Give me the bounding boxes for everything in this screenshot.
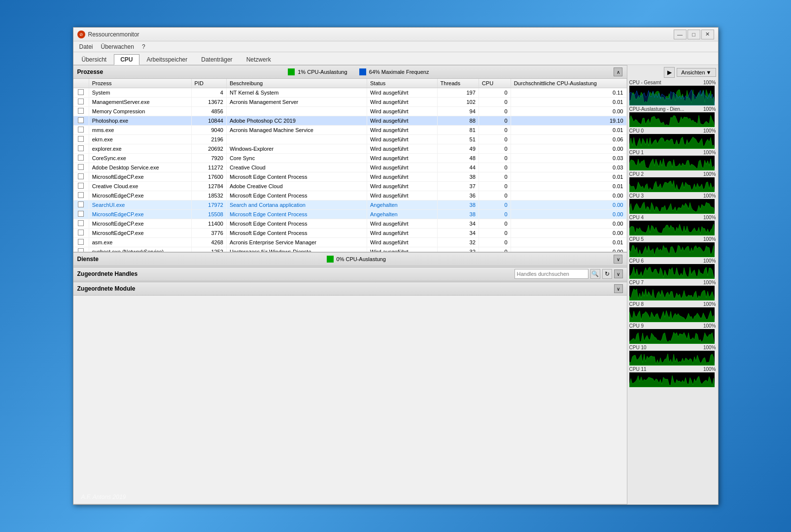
table-row[interactable]: Creative Cloud.exe12784Adobe Creative Cl… <box>73 182 627 191</box>
table-row[interactable]: Memory Compression4856Wird ausgeführt940… <box>73 107 627 116</box>
process-cpu: 0 <box>479 219 511 229</box>
process-checkbox[interactable] <box>78 211 84 217</box>
dienste-title: Dienste <box>77 256 99 263</box>
process-pid: 4 <box>191 88 226 98</box>
tab-cpu[interactable]: CPU <box>114 54 139 65</box>
process-avg: 0.01 <box>511 172 626 182</box>
handles-search-input[interactable] <box>515 269 588 279</box>
cpu-graph-item: CPU - Gesamt100% <box>629 80 716 105</box>
process-pid: 9040 <box>191 126 226 135</box>
table-row[interactable]: SearchUI.exe17972Search and Cortana appl… <box>73 200 627 210</box>
process-checkbox[interactable] <box>78 248 84 252</box>
handles-section: Zugeordnete Handles 🔍 ↻ ∨ <box>73 267 627 282</box>
search-icon[interactable]: 🔍 <box>590 269 600 279</box>
cpu-graph-label: CPU 3100% <box>629 193 716 199</box>
menu-uberwachen[interactable]: Überwachen <box>97 42 138 51</box>
process-checkbox[interactable] <box>78 183 84 189</box>
table-row[interactable]: asm.exe4268Acronis Enterprise Service Ma… <box>73 238 627 247</box>
th-beschreibung[interactable]: Beschreibung <box>226 79 367 88</box>
maximize-button[interactable]: □ <box>688 30 700 39</box>
expand-button[interactable]: ▶ <box>664 67 675 78</box>
process-checkbox[interactable] <box>78 201 84 207</box>
process-checkbox[interactable] <box>78 155 84 161</box>
process-checkbox[interactable] <box>78 136 84 142</box>
process-checkbox[interactable] <box>78 145 84 151</box>
process-checkbox[interactable] <box>78 230 84 235</box>
module-collapse[interactable]: ∨ <box>614 284 623 293</box>
process-checkbox[interactable] <box>78 117 84 123</box>
process-status: Wird ausgeführt <box>367 88 438 98</box>
table-row[interactable]: ekrn.exe2196Wird ausgeführt5100.06 <box>73 135 627 144</box>
process-pid: 10844 <box>191 116 226 126</box>
process-checkbox[interactable] <box>78 239 84 245</box>
close-button[interactable]: ✕ <box>701 30 714 39</box>
tab-arbeitsspeicher[interactable]: Arbeitsspeicher <box>140 54 194 65</box>
tab-datentrager[interactable]: Datenträger <box>195 54 239 65</box>
process-name: explorer.exe <box>89 144 191 154</box>
process-checkbox[interactable] <box>78 164 84 170</box>
svg-marker-106 <box>629 267 715 279</box>
th-pid[interactable]: PID <box>191 79 226 88</box>
table-row[interactable]: explorer.exe20692Windows-ExplorerWird au… <box>73 144 627 154</box>
process-avg: 0.03 <box>511 154 626 163</box>
dienste-collapse[interactable]: ∨ <box>614 255 622 264</box>
ansichten-button[interactable]: Ansichten ▼ <box>677 68 716 77</box>
process-name: asm.exe <box>89 238 191 247</box>
table-row[interactable]: MicrosoftEdgeCP.exe17600Microsoft Edge C… <box>73 172 627 182</box>
table-row[interactable]: CoreSync.exe7920Core SyncWird ausgeführt… <box>73 154 627 163</box>
process-threads: 49 <box>437 144 479 154</box>
process-status: Wird ausgeführt <box>367 163 438 172</box>
th-threads[interactable]: Threads <box>437 79 479 88</box>
table-row[interactable]: Photoshop.exe10844Adobe Photoshop CC 201… <box>73 116 627 126</box>
table-row[interactable]: MicrosoftEdgeCP.exe18532Microsoft Edge C… <box>73 191 627 200</box>
prozesse-header[interactable]: Prozesse 1% CPU-Auslastung 64% Maximale … <box>73 65 627 79</box>
th-status[interactable]: Status <box>367 79 438 88</box>
table-row[interactable]: mms.exe9040Acronis Managed Machine Servi… <box>73 126 627 135</box>
table-row[interactable]: MicrosoftEdgeCP.exe3776Microsoft Edge Co… <box>73 229 627 238</box>
process-threads: 32 <box>437 247 479 252</box>
cpu-graph-item: CPU 0100% <box>629 128 716 149</box>
svg-marker-171 <box>629 375 715 387</box>
tab-ubersicht[interactable]: Übersicht <box>75 54 113 65</box>
cpu-graph-canvas <box>629 86 715 105</box>
th-prozess[interactable]: Prozess <box>89 79 191 88</box>
minimize-button[interactable]: — <box>674 30 687 39</box>
process-cpu: 0 <box>479 116 511 126</box>
process-avg: 0.01 <box>511 182 626 191</box>
process-checkbox[interactable] <box>78 220 84 226</box>
handles-collapse[interactable]: ∨ <box>614 269 623 278</box>
cpu-graph-label: CPU 8100% <box>629 301 716 307</box>
process-pid: 4856 <box>191 107 226 116</box>
prozesse-table: Prozess PID Beschreibung Status Threads … <box>73 79 627 252</box>
th-checkbox[interactable] <box>73 79 89 88</box>
process-checkbox[interactable] <box>78 108 84 114</box>
table-row[interactable]: svchost.exe (NetworkService)1252Hostproz… <box>73 247 627 252</box>
menu-help[interactable]: ? <box>138 42 149 51</box>
th-avg[interactable]: Durchschnittliche CPU-Auslastung <box>511 79 626 88</box>
prozesse-collapse[interactable]: ∧ <box>614 67 622 76</box>
dienste-header[interactable]: Dienste 0% CPU-Auslastung ∨ <box>73 252 627 266</box>
tab-netzwerk[interactable]: Netzwerk <box>240 54 277 65</box>
process-pid: 7920 <box>191 154 226 163</box>
menu-datei[interactable]: Datei <box>75 42 97 51</box>
table-row[interactable]: ManagementServer.exe13672Acronis Managem… <box>73 98 627 107</box>
process-checkbox[interactable] <box>78 127 84 133</box>
table-row[interactable]: System4NT Kernel & SystemWird ausgeführt… <box>73 88 627 98</box>
process-checkbox[interactable] <box>78 173 84 179</box>
table-row[interactable]: MicrosoftEdgeCP.exe11400Microsoft Edge C… <box>73 219 627 229</box>
process-checkbox[interactable] <box>78 99 84 104</box>
handles-header[interactable]: Zugeordnete Handles 🔍 ↻ ∨ <box>73 267 627 281</box>
tab-bar: Übersicht CPU Arbeitsspeicher Datenträge… <box>73 52 718 65</box>
table-row[interactable]: Adobe Desktop Service.exe11272Creative C… <box>73 163 627 172</box>
module-header[interactable]: Zugeordnete Module ∨ <box>73 282 627 296</box>
process-pid: 15508 <box>191 210 226 219</box>
th-cpu[interactable]: CPU <box>479 79 511 88</box>
process-name: MicrosoftEdgeCP.exe <box>89 172 191 182</box>
process-checkbox[interactable] <box>78 192 84 198</box>
prozesse-table-container[interactable]: Prozess PID Beschreibung Status Threads … <box>73 79 627 252</box>
process-cpu: 0 <box>479 200 511 210</box>
refresh-icon[interactable]: ↻ <box>602 269 612 279</box>
table-row[interactable]: MicrosoftEdgeCP.exe15508Microsoft Edge C… <box>73 210 627 219</box>
process-checkbox[interactable] <box>78 89 84 95</box>
process-threads: 81 <box>437 126 479 135</box>
